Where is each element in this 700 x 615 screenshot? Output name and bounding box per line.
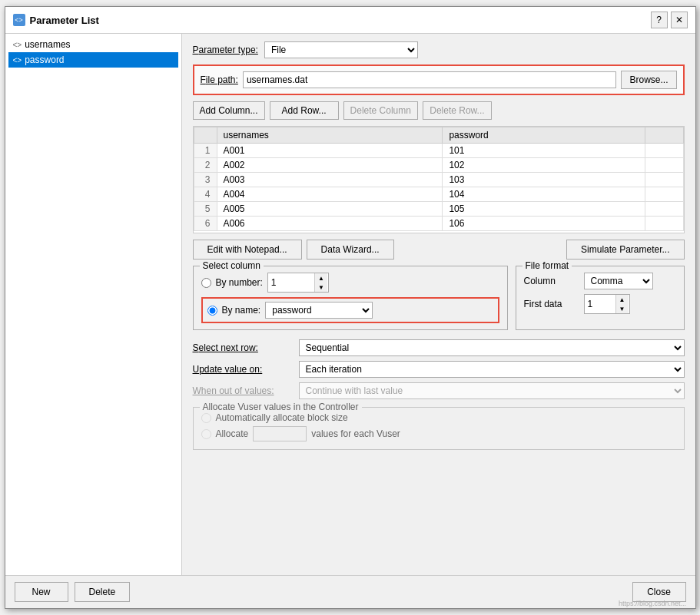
cell-usernames[interactable]: A004 [217,187,443,202]
ff-firstdata-input[interactable] [585,297,615,311]
alloc-manual-radio [201,429,211,439]
alloc-label: Allocate [216,428,249,439]
ff-column-select[interactable]: Comma Tab Space [584,273,653,289]
tree-icon-password: <> [13,56,22,64]
bottom-bar-right: https://blog.csdn.net... Close [199,582,686,602]
cell-rownum: 1 [194,144,217,158]
right-panel: Parameter type: File Custom Date/Time En… [182,34,695,575]
delete-row-button[interactable]: Delete Row... [423,101,492,120]
cell-usernames[interactable]: A003 [217,173,443,187]
left-panel: <> usernames <> password [5,34,182,575]
by-number-up[interactable]: ▲ [315,273,327,283]
th-usernames: usernames [217,127,443,144]
by-name-row: By name: usernames password [201,297,499,323]
cell-usernames[interactable]: A006 [217,217,443,231]
cell-password[interactable]: 104 [443,187,645,202]
param-type-row: Parameter type: File Custom Date/Time En… [193,41,685,58]
ff-column-row: Column Comma Tab Space [524,273,676,289]
tree-item-usernames[interactable]: <> usernames [8,37,178,52]
cell-password[interactable]: 105 [443,202,645,217]
when-out-row: When out of values: Continue with last v… [193,382,685,399]
data-wizard-button[interactable]: Data Wizard... [307,240,394,260]
cell-rownum: 2 [194,158,217,173]
two-col-area: Select column By number: ▲ ▼ [193,266,685,330]
new-button[interactable]: New [15,582,68,602]
table-bottom-right: Simulate Parameter... [566,240,684,260]
ff-column-label: Column [524,276,578,286]
dialog-icon: <> [13,14,25,26]
file-path-input[interactable] [243,71,617,88]
watermark: https://blog.csdn.net... [619,600,686,607]
lower-section: Select next row: Sequential Random Uniqu… [193,339,685,450]
file-format-legend: File format [523,260,572,271]
update-value-select[interactable]: Each iteration Each occurrence Once [299,361,685,378]
param-type-select[interactable]: File Custom Date/Time Environment Iterat… [264,41,418,58]
select-next-row-row: Select next row: Sequential Random Uniqu… [193,339,685,356]
title-bar: <> Parameter List ? ✕ [5,7,695,34]
by-number-input[interactable] [268,276,314,289]
select-column-legend: Select column [200,260,264,271]
cell-spacer [645,144,683,158]
add-column-button[interactable]: Add Column... [193,101,265,120]
bottom-bar: New Delete https://blog.csdn.net... Clos… [5,575,695,608]
cell-password[interactable]: 102 [443,158,645,173]
allocate-group: Allocate Vuser values in the Controller … [193,407,685,450]
when-out-select[interactable]: Continue with last value Abort Vuser Cyc… [299,382,685,399]
cell-password[interactable]: 101 [443,144,645,158]
by-number-radio[interactable] [201,278,211,288]
cell-rownum: 4 [194,187,217,202]
cell-usernames[interactable]: A001 [217,144,443,158]
simulate-button[interactable]: Simulate Parameter... [566,240,684,260]
tree-icon-usernames: <> [13,41,22,49]
cell-usernames[interactable]: A005 [217,202,443,217]
title-bar-buttons: ? ✕ [651,12,688,28]
by-number-label: By number: [216,277,263,288]
by-name-select[interactable]: usernames password [265,302,373,319]
help-button[interactable]: ? [651,12,668,28]
select-next-row-label: Select next row: [193,342,293,353]
cell-password[interactable]: 103 [443,173,645,187]
browse-button[interactable]: Browse... [621,71,676,89]
bottom-bar-left: New Delete [15,582,190,602]
select-next-row-select[interactable]: Sequential Random Unique Same Line as Pa… [299,339,685,356]
by-number-row: By number: ▲ ▼ [201,273,499,293]
th-rownum [194,127,217,144]
when-out-label: When out of values: [193,385,293,396]
table-header-row: usernames password [194,127,683,144]
tree-item-password[interactable]: <> password [8,52,178,68]
data-table: usernames password 1 A001 101 2 A002 102… [194,127,684,231]
cell-usernames[interactable]: A002 [217,158,443,173]
file-path-label: File path: [201,74,238,85]
by-number-spinners: ▲ ▼ [314,273,327,292]
allocate-legend: Allocate Vuser values in the Controller [200,402,362,412]
table-row: 3 A003 103 [194,173,683,187]
th-spacer [645,127,683,144]
delete-button[interactable]: Delete [75,582,131,602]
file-path-section: File path: Browse... [193,64,685,95]
update-value-row: Update value on: Each iteration Each occ… [193,361,685,378]
table-row: 2 A002 102 [194,158,683,173]
edit-notepad-button[interactable]: Edit with Notepad... [193,240,302,260]
data-table-wrapper: usernames password 1 A001 101 2 A002 102… [193,126,685,233]
table-bottom-buttons: Edit with Notepad... Data Wizard... Simu… [193,240,685,260]
cell-rownum: 5 [194,202,217,217]
alloc-manual-row: Allocate values for each Vuser [201,426,676,441]
add-row-button[interactable]: Add Row... [270,101,339,120]
ff-firstdata-down[interactable]: ▼ [616,304,629,313]
cell-spacer [645,173,683,187]
by-name-radio[interactable] [207,306,217,316]
close-window-button[interactable]: ✕ [671,12,688,28]
ff-firstdata-up[interactable]: ▲ [616,295,629,304]
alloc-values-label: values for each Vuser [311,428,400,439]
cell-password[interactable]: 106 [443,217,645,231]
alloc-auto-label: Automatically allocate block size [216,412,348,423]
tree-label-usernames: usernames [25,39,70,50]
title-bar-left: <> Parameter List [13,14,99,26]
file-format-group: File format Column Comma Tab Space First… [516,266,685,330]
th-password: password [443,127,645,144]
tree-label-password: password [25,55,64,65]
delete-column-button[interactable]: Delete Column [343,101,418,120]
dialog-body: <> usernames <> password Parameter type:… [5,34,695,575]
by-number-down[interactable]: ▼ [315,283,327,292]
table-toolbar: Add Column... Add Row... Delete Column D… [193,101,685,120]
